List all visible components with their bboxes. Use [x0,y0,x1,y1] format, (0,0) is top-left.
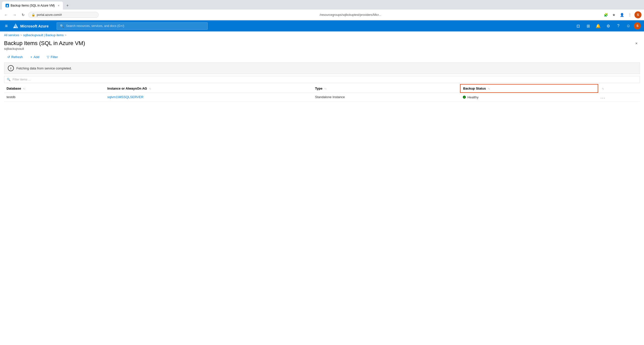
breadcrumb: All services > sqlbackupvault | Backup i… [0,31,644,39]
nav-bar: ← → ↻ 🔒 portal.azure.com/# /resourcegrou… [0,10,644,20]
page-title: Backup Items (SQL in Azure VM) [4,40,85,47]
page-header: Backup Items (SQL in Azure VM) sqlbackup… [0,39,644,54]
filter-bar[interactable]: 🔍 Filter items ... [4,76,640,83]
tab-bar: Backup Items (SQL in Azure VM) × + [0,0,644,10]
refresh-button[interactable]: ↻ [20,11,27,18]
nav-right-icons: 🧩 ★ 👤 ⋮ S [602,11,641,18]
profile-avatar[interactable]: S [634,11,641,18]
cell-instance: sqlvm1\MSSQLSERVER [105,93,313,101]
header-icons: ⊡ ⊞ 🔔 ⚙ ? ☺ S [574,21,641,30]
forward-button[interactable]: → [11,11,18,18]
sort-icon-type: ↑↓ [324,88,327,90]
active-tab[interactable]: Backup Items (SQL in Azure VM) × [2,2,63,10]
tab-title: Backup Items (SQL in Azure VM) [11,4,55,7]
instance-link[interactable]: sqlvm1\MSSQLSERVER [107,95,144,99]
col-header-database[interactable]: Database ↑↓ [4,84,105,93]
address-text: portal.azure.com/# [37,13,95,17]
account-icon[interactable]: 👤 [618,11,625,18]
filter-placeholder: Filter items ... [13,78,31,81]
new-tab-button[interactable]: + [64,2,71,9]
breadcrumb-vault[interactable]: sqlbackupvault | Backup items [23,33,64,37]
filter-icon: ▽ [47,55,49,59]
backup-items-table: Database ↑↓ Instance or AlwaysOn AG ↑↓ T… [4,84,640,102]
browser-chrome: Backup Items (SQL in Azure VM) × + ← → ↻… [0,0,644,20]
row-more-actions-button[interactable]: ... [600,95,605,99]
table-container: Database ↑↓ Instance or AlwaysOn AG ↑↓ T… [4,84,640,102]
azure-header: ≡ Microsoft Azure 🔍 Search resources, se… [0,20,644,31]
tab-favicon [6,4,9,7]
sort-icon-backup-status: ↑↓ [488,88,490,90]
info-bar: i Fetching data from service completed. [4,62,640,74]
breadcrumb-all-services[interactable]: All services [4,33,19,37]
cell-backup-status: ✓ Healthy [460,93,598,101]
directory-icon[interactable]: ⊞ [584,21,593,30]
azure-logo: Microsoft Azure [13,23,49,29]
menu-icon[interactable]: ⋮ [626,11,633,18]
page-header-left: Backup Items (SQL in Azure VM) sqlbackup… [4,40,85,51]
table-row: testdb sqlvm1\MSSQLSERVER Standalone Ins… [4,93,640,101]
azure-logo-icon [13,23,18,29]
hamburger-menu[interactable]: ≡ [3,22,10,30]
tab-close-button[interactable]: × [58,4,59,7]
filter-label: Filter [51,55,58,59]
table-body: testdb sqlvm1\MSSQLSERVER Standalone Ins… [4,93,640,101]
favorites-icon[interactable]: ★ [610,11,617,18]
backup-status-cell: ✓ Healthy [463,95,595,99]
header-profile-avatar[interactable]: S [634,22,641,29]
add-button[interactable]: + Add [27,54,43,60]
back-button[interactable]: ← [3,11,10,18]
feedback-icon[interactable]: ☺ [624,21,633,30]
settings-icon[interactable]: ⚙ [604,21,613,30]
azure-brand-name: Microsoft Azure [20,24,49,28]
global-search[interactable]: 🔍 Search resources, services, and docs (… [57,22,208,30]
filter-search-icon: 🔍 [7,78,11,81]
refresh-label: Refresh [11,55,23,59]
status-label: Healthy [467,95,478,99]
sort-icon-actions: ↑↓ [602,88,604,90]
col-header-backup-status[interactable]: Backup Status ↑↓ [460,84,598,93]
add-icon: + [30,55,32,59]
status-healthy-icon: ✓ [463,96,466,99]
search-icon: 🔍 [60,24,64,28]
help-icon[interactable]: ? [614,21,623,30]
breadcrumb-sep-1: > [20,33,22,37]
svg-marker-0 [6,5,8,7]
close-panel-button[interactable]: × [633,40,640,47]
extensions-icon[interactable]: 🧩 [602,11,609,18]
col-header-actions: ↑↓ [598,84,640,93]
url-right: /resourcegroups/sqlbckuptest/providers/M… [100,13,601,17]
cell-type: Standalone Instance [313,93,461,101]
sort-icon-instance: ↑↓ [149,88,151,90]
lock-icon: 🔒 [31,13,35,17]
refresh-button[interactable]: ↺ Refresh [4,54,26,60]
table-header: Database ↑↓ Instance or AlwaysOn AG ↑↓ T… [4,84,640,93]
table-header-row: Database ↑↓ Instance or AlwaysOn AG ↑↓ T… [4,84,640,93]
breadcrumb-sep-2: > [65,33,66,37]
col-header-instance[interactable]: Instance or AlwaysOn AG ↑↓ [105,84,313,93]
refresh-icon: ↺ [7,55,10,59]
toolbar: ↺ Refresh + Add ▽ Filter [0,54,644,62]
col-header-type[interactable]: Type ↑↓ [313,84,461,93]
search-placeholder: Search resources, services, and docs (G+… [66,24,124,28]
info-message: Fetching data from service completed. [16,66,72,70]
cell-database: testdb [4,93,105,101]
address-bar[interactable]: 🔒 portal.azure.com/# [28,12,99,18]
cloud-shell-icon[interactable]: ⊡ [574,21,583,30]
filter-button[interactable]: ▽ Filter [44,54,61,60]
sort-icon-database: ↑↓ [23,88,25,90]
add-label: Add [33,55,39,59]
info-icon: i [8,65,14,71]
notifications-icon[interactable]: 🔔 [594,21,603,30]
cell-actions: ... [598,93,640,101]
page-subtitle: sqlbackupvault [4,47,85,51]
